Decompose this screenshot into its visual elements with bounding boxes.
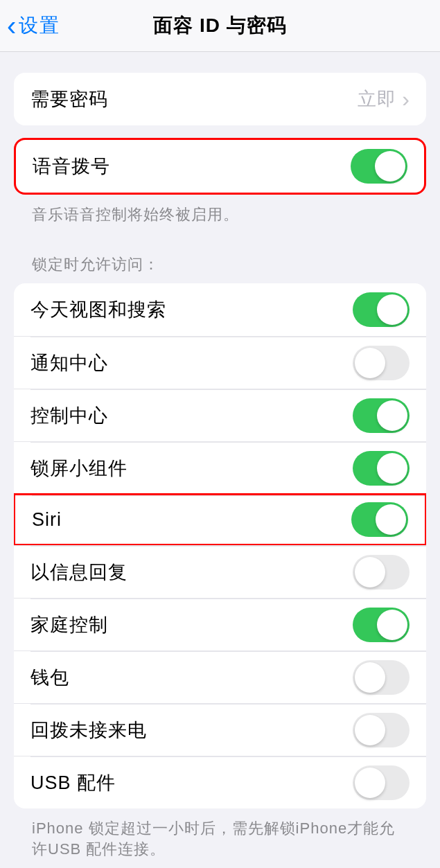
toggle-knob <box>355 715 385 745</box>
access-row-label: 钱包 <box>30 665 69 690</box>
back-button[interactable]: ‹ 设置 <box>0 12 60 39</box>
toggle-knob <box>355 768 385 798</box>
access-row: 家庭控制 <box>14 598 426 650</box>
access-row-label: 家庭控制 <box>30 612 108 637</box>
voice-dial-toggle[interactable] <box>351 149 407 184</box>
require-passcode-row[interactable]: 需要密码 立即 › <box>14 73 426 125</box>
access-row: 通知中心 <box>14 336 426 389</box>
access-toggle[interactable] <box>353 713 410 747</box>
access-toggle[interactable] <box>353 608 410 642</box>
access-toggle[interactable] <box>353 398 410 433</box>
require-passcode-value: 立即 <box>358 87 396 112</box>
access-row: Siri <box>14 493 426 546</box>
toggle-knob <box>355 557 385 587</box>
voice-dial-footer: 音乐语音控制将始终被启用。 <box>14 195 426 225</box>
access-row: 今天视图和搜索 <box>14 283 426 336</box>
allow-access-footer: iPhone 锁定超过一小时后，需先解锁iPhone才能允许USB 配件连接。 <box>14 808 426 860</box>
voice-dial-label: 语音拨号 <box>33 154 110 179</box>
access-toggle[interactable] <box>351 502 408 537</box>
access-row: 控制中心 <box>14 389 426 441</box>
chevron-right-icon: › <box>402 88 410 110</box>
access-toggle[interactable] <box>353 292 410 327</box>
access-row-label: 锁屏小组件 <box>30 456 127 481</box>
toggle-knob <box>355 662 385 693</box>
toggle-knob <box>377 610 407 640</box>
toggle-knob <box>375 151 405 181</box>
back-label: 设置 <box>19 12 60 39</box>
access-row-label: Siri <box>32 509 62 531</box>
toggle-knob <box>355 348 385 378</box>
access-row-label: 以信息回复 <box>30 560 127 585</box>
toggle-knob <box>377 453 407 484</box>
access-row: 锁屏小组件 <box>14 441 426 494</box>
allow-access-header: 锁定时允许访问： <box>14 254 426 283</box>
access-toggle[interactable] <box>353 765 410 800</box>
access-row-label: 控制中心 <box>30 403 108 428</box>
chevron-left-icon: ‹ <box>7 12 16 39</box>
access-toggle[interactable] <box>353 451 410 486</box>
allow-access-list: 今天视图和搜索通知中心控制中心锁屏小组件Siri以信息回复家庭控制钱包回拨未接来… <box>14 283 426 808</box>
navbar: ‹ 设置 面容 ID 与密码 <box>0 0 440 52</box>
access-row-label: 通知中心 <box>30 351 108 375</box>
toggle-knob <box>377 294 407 325</box>
access-row: 以信息回复 <box>14 545 426 598</box>
access-toggle[interactable] <box>353 555 410 590</box>
access-row: 钱包 <box>14 650 426 703</box>
access-row-label: USB 配件 <box>30 770 116 795</box>
access-row: 回拨未接来电 <box>14 703 426 756</box>
toggle-knob <box>376 504 406 535</box>
require-passcode-label: 需要密码 <box>30 87 108 112</box>
access-toggle[interactable] <box>353 660 410 695</box>
page-title: 面容 ID 与密码 <box>0 12 440 39</box>
access-row: USB 配件 <box>14 756 426 808</box>
toggle-knob <box>377 400 407 431</box>
access-toggle[interactable] <box>353 346 410 380</box>
access-row-label: 今天视图和搜索 <box>30 297 166 322</box>
access-row-label: 回拨未接来电 <box>30 718 147 743</box>
voice-dial-row: 语音拨号 <box>16 140 424 193</box>
